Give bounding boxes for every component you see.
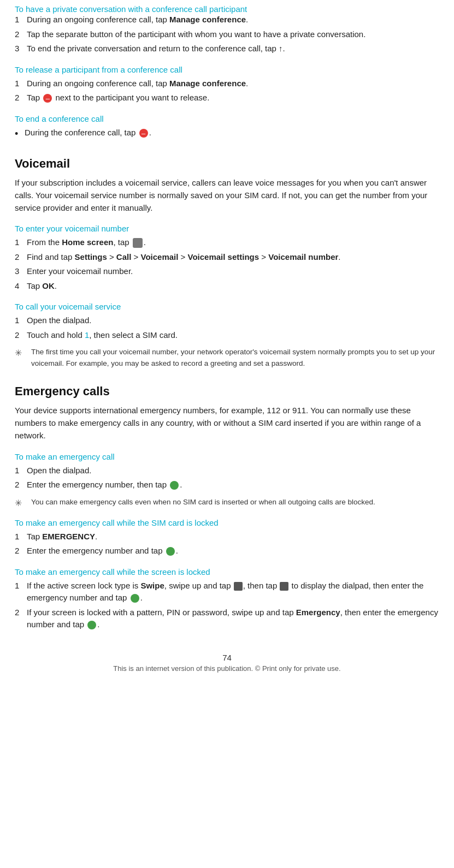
green-call-icon [170,481,179,490]
emergency-screen-locked-heading: To make an emergency call while the scre… [15,567,439,576]
voicemail-heading: Voicemail [15,157,439,171]
list-item: 2 Enter the emergency number, then tap . [15,479,439,491]
list-item: 2 If your screen is locked with a patter… [15,607,439,631]
step-text: During the conference call, tap . [25,127,151,141]
step-text: During an ongoing conference call, tap M… [27,14,248,26]
step-text: Find and tap Settings > Call > Voicemail… [27,251,341,264]
list-item: 2 Touch and hold 1, then select a SIM ca… [15,329,439,342]
step-num: 3 [15,43,27,55]
step-text: If the active screen lock type is Swipe,… [27,580,439,604]
step-text: If your screen is locked with a pattern,… [27,607,439,631]
red-end-icon [139,129,148,138]
list-item: 2 Enter the emergency number and tap . [15,545,439,557]
step-text: Enter your voicemail number. [27,265,133,278]
emergency-sim-steps: 1 Tap EMERGENCY. 2 Enter the emergency n… [15,531,439,557]
list-item: 1 If the active screen lock type is Swip… [15,580,439,604]
red-minus-icon [43,94,52,103]
step-num: 2 [15,545,27,557]
step-num: 1 [15,78,27,90]
footer-text: This is an internet version of this publ… [15,664,439,673]
step-num: 3 [15,265,27,278]
grid-icon [280,582,288,591]
step-num: 4 [15,280,27,293]
voicemail-body: If your subscription includes a voicemai… [15,176,439,215]
step-text: Open the dialpad. [27,314,91,327]
step-text: Tap OK. [27,280,57,293]
step-num: 2 [15,92,27,104]
page-number: 74 [15,653,439,662]
step-text: Tap next to the participant you want to … [27,92,209,104]
emergency-screen-steps: 1 If the active screen lock type is Swip… [15,580,439,631]
page-footer: 74 This is an internet version of this p… [15,653,439,673]
step-num: 2 [15,251,27,264]
step-num: 1 [15,236,27,249]
list-item: 1 Open the dialpad. [15,314,439,327]
green-call-icon2 [87,621,96,629]
step-text: Tap the separate button of the participa… [27,28,365,41]
list-item: 3 To end the private conversation and re… [15,43,439,55]
list-item: • During the conference call, tap . [15,127,439,141]
step-text: To end the private conversation and retu… [27,43,285,55]
call-vm-steps: 1 Open the dialpad. 2 Touch and hold 1, … [15,314,439,341]
list-item: 3 Enter your voicemail number. [15,265,439,278]
list-item: 1 From the Home screen, tap . [15,236,439,249]
vm-tip-text: The first time you call your voicemail n… [31,347,439,369]
step-text: From the Home screen, tap . [27,236,146,249]
step-text: During an ongoing conference call, tap M… [27,78,248,90]
step-num: 1 [15,465,27,477]
call-vm-heading: To call your voicemail service [15,302,439,311]
step-num: 2 [15,607,27,631]
list-item: 1 During an ongoing conference call, tap… [15,14,439,26]
emergency-heading: Emergency calls [15,384,439,399]
emergency-tip-block: ✳ You can make emergency calls even when… [15,497,439,508]
step-num: 2 [15,329,27,342]
step-num: 1 [15,14,27,26]
list-item: 2 Tap next to the participant you want t… [15,92,439,104]
green-call-icon [131,594,139,603]
tip-icon: ✳ [15,498,28,508]
step-text: Enter the emergency number and tap . [27,545,178,557]
list-item: 1 Tap EMERGENCY. [15,531,439,543]
swipe-phone-icon [234,582,243,591]
vm-tip-block: ✳ The first time you call your voicemail… [15,347,439,369]
enter-vm-heading: To enter your voicemail number [15,224,439,233]
step-num: 1 [15,531,27,543]
bullet-dot: • [15,127,25,141]
make-emergency-steps: 1 Open the dialpad. 2 Enter the emergenc… [15,465,439,491]
step-num: 1 [15,580,27,604]
list-item: 1 During an ongoing conference call, tap… [15,78,439,90]
emergency-tip-text: You can make emergency calls even when n… [31,497,375,508]
step-text: Open the dialpad. [27,465,91,477]
green-call-icon [166,547,175,556]
step-text: Touch and hold 1, then select a SIM card… [27,329,178,342]
make-emergency-heading: To make an emergency call [15,452,439,461]
emergency-sim-locked-heading: To make an emergency call while the SIM … [15,518,439,527]
step-num: 2 [15,479,27,491]
end-conference-heading: To end a conference call [15,114,439,123]
emergency-body: Your device supports international emerg… [15,404,439,442]
tip-icon: ✳ [15,348,28,358]
step-num: 2 [15,28,27,41]
enter-vm-steps: 1 From the Home screen, tap . 2 Find and… [15,236,439,292]
private-call-steps: 1 During an ongoing conference call, tap… [15,14,439,55]
list-item: 2 Tap the separate button of the partici… [15,28,439,41]
end-conference-steps: • During the conference call, tap . [15,127,439,141]
step-text: Enter the emergency number, then tap . [27,479,182,491]
private-call-heading: To have a private conversation with a co… [15,4,247,14]
step-num: 1 [15,314,27,327]
list-item: 1 Open the dialpad. [15,465,439,477]
list-item: 2 Find and tap Settings > Call > Voicema… [15,251,439,264]
step-text: Tap EMERGENCY. [27,531,97,543]
list-item: 4 Tap OK. [15,280,439,293]
release-heading: To release a participant from a conferen… [15,65,439,74]
release-steps: 1 During an ongoing conference call, tap… [15,78,439,104]
home-screen-icon [133,238,143,248]
